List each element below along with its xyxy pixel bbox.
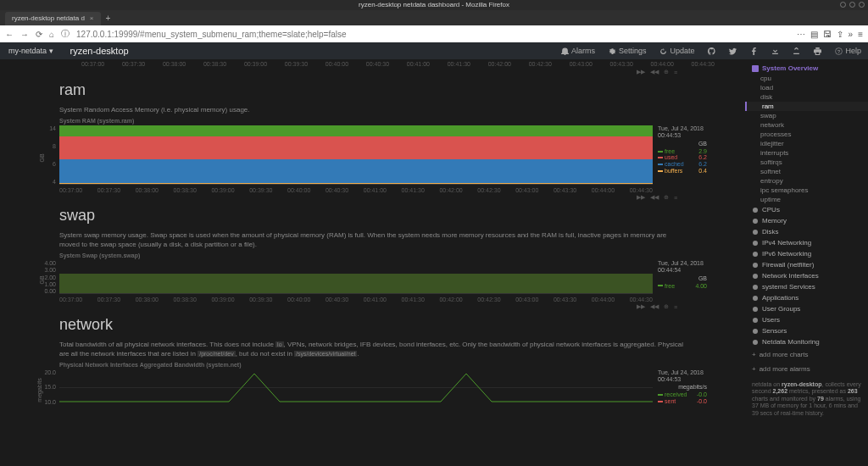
sidebar-section-firewall-netfilter-[interactable]: Firewall (netfilter) — [745, 259, 868, 270]
play-icon[interactable]: ▶▶ — [637, 69, 645, 75]
net-plot-area[interactable] — [59, 369, 653, 403]
sidebar: System Overview cpuloaddiskramswapnetwor… — [745, 59, 868, 466]
sidebar-section-memory[interactable]: Memory — [745, 215, 868, 226]
zoom-icon[interactable]: ⊕ — [664, 69, 669, 75]
back-icon[interactable]: ← — [5, 30, 14, 39]
sidebar-section-applications[interactable]: Applications — [745, 292, 868, 303]
sidebar-item-idlejitter[interactable]: idlejitter — [745, 139, 868, 148]
svg-point-15 — [753, 340, 758, 345]
info-icon[interactable]: ⓘ — [61, 28, 70, 40]
host-name: ryzen-desktop — [62, 46, 137, 56]
add-charts-button[interactable]: +add more charts — [745, 347, 868, 362]
sidebar-item-disk[interactable]: disk — [745, 92, 868, 102]
ram-band-buffers — [59, 183, 653, 185]
legend-item[interactable]: free2.9 — [658, 148, 712, 155]
plus-icon: + — [752, 351, 756, 358]
twitter-icon[interactable] — [722, 47, 743, 55]
svg-point-5 — [753, 230, 758, 235]
home-icon[interactable]: ⌂ — [49, 30, 54, 39]
sidebar-item-ipc-semaphores[interactable]: ipc semaphores — [745, 186, 868, 195]
bookmark-icon[interactable]: ▤ — [810, 30, 818, 39]
sidebar-item-uptime[interactable]: uptime — [745, 195, 868, 204]
new-tab-button[interactable]: + — [106, 12, 111, 25]
time-ruler: 00:37:0000:37:3000:38:0000:38:3000:39:00… — [22, 59, 737, 68]
chart-legend-network: Tue, Jul 24, 201800:44:53megabits/srecei… — [653, 369, 712, 405]
x-axis: 00:37:0000:37:3000:38:0000:38:3000:39:00… — [59, 296, 653, 302]
menu-icon[interactable]: ≡ — [674, 69, 677, 75]
legend-item[interactable]: buffers0.4 — [658, 168, 712, 175]
sidebar-section-disks[interactable]: Disks — [745, 226, 868, 237]
extensions-icon[interactable]: » — [849, 30, 854, 39]
sidebar-section-network-interfaces[interactable]: Network Interfaces — [745, 270, 868, 281]
sidebar-section-user-groups[interactable]: User Groups — [745, 303, 868, 314]
update-button[interactable]: Update — [653, 47, 701, 55]
add-alarms-button[interactable]: +add more alarms — [745, 362, 868, 376]
legend-item[interactable]: received-0.0 — [658, 391, 712, 398]
main-content: 00:37:0000:37:3000:38:0000:38:3000:39:00… — [0, 59, 745, 466]
sidebar-item-load[interactable]: load — [745, 83, 868, 92]
svg-text:?: ? — [837, 48, 840, 53]
share-icon[interactable]: ⇪ — [837, 30, 843, 39]
sidebar-section-ipv6-networking[interactable]: IPv6 Networking — [745, 248, 868, 259]
sidebar-footer: netdata on ryzen-desktop, collects every… — [745, 376, 868, 422]
chart-ram: GB14864 Tue, Jul 24, 201800:44:53GBfree2… — [22, 125, 737, 185]
swap-plot-area[interactable] — [59, 260, 653, 294]
sidebar-section-sensors[interactable]: Sensors — [745, 325, 868, 336]
save-icon[interactable]: 🖫 — [823, 30, 832, 39]
sidebar-item-network[interactable]: network — [745, 120, 868, 130]
browser-tab[interactable]: ryzen-desktop netdata d × — [5, 12, 101, 25]
sidebar-item-interrupts[interactable]: interrupts — [745, 148, 868, 158]
tab-close-icon[interactable]: × — [90, 12, 94, 25]
svg-point-13 — [753, 318, 758, 323]
more-icon[interactable]: ⋯ — [797, 30, 805, 39]
sidebar-item-entropy[interactable]: entropy — [745, 176, 868, 186]
sidebar-section-netdata-monitoring[interactable]: Netdata Monitoring — [745, 336, 868, 347]
sidebar-section-users[interactable]: Users — [745, 314, 868, 325]
legend-item[interactable]: cached6.2 — [658, 161, 712, 168]
sidebar-header[interactable]: System Overview — [745, 63, 868, 74]
forward-icon[interactable]: → — [20, 30, 29, 39]
svg-point-8 — [753, 263, 758, 268]
facebook-icon[interactable] — [743, 47, 765, 55]
alarms-button[interactable]: Alarms — [554, 47, 602, 55]
svg-rect-2 — [752, 65, 759, 72]
section-desc-ram: System Random Access Memory (i.e. physic… — [59, 106, 687, 114]
url-bar[interactable]: 127.0.0.1:19999/#menu_system_submenu_ram… — [76, 30, 790, 39]
chart-controls: ▶▶ ◀◀ ⊕ ≡ — [22, 68, 677, 76]
y-unit: GB — [39, 154, 45, 163]
maximize-icon[interactable] — [849, 2, 855, 8]
sidebar-section-ipv4-networking[interactable]: IPv4 Networking — [745, 237, 868, 248]
github-icon[interactable] — [701, 47, 722, 55]
print-icon[interactable] — [807, 47, 828, 55]
settings-button[interactable]: Settings — [602, 47, 654, 55]
help-button[interactable]: ?Help — [828, 47, 868, 55]
svg-point-9 — [753, 274, 758, 279]
ram-plot-area[interactable] — [59, 125, 653, 185]
legend-item[interactable]: used6.2 — [658, 154, 712, 161]
legend-item[interactable]: free4.00 — [658, 283, 712, 290]
sidebar-item-swap[interactable]: swap — [745, 111, 868, 120]
menu-icon[interactable]: ≡ — [858, 30, 863, 39]
window-controls — [840, 2, 865, 8]
upload-icon[interactable] — [786, 47, 807, 55]
sidebar-item-softnet[interactable]: softnet — [745, 167, 868, 176]
svg-point-7 — [753, 252, 758, 257]
reload-icon[interactable]: ⟳ — [36, 30, 42, 39]
legend-item[interactable]: sent-0.0 — [658, 398, 712, 405]
ram-band-free — [59, 125, 653, 136]
section-desc-network: Total bandwidth of all physical network … — [59, 341, 687, 358]
sidebar-section-cpus[interactable]: CPUs — [745, 204, 868, 215]
close-icon[interactable] — [859, 2, 865, 8]
sidebar-item-ram[interactable]: ram — [745, 102, 868, 111]
sidebar-item-cpu[interactable]: cpu — [745, 74, 868, 83]
rewind-icon[interactable]: ◀◀ — [650, 69, 659, 75]
minimize-icon[interactable] — [840, 2, 846, 8]
sidebar-section-systemd-services[interactable]: systemd Services — [745, 281, 868, 292]
sidebar-item-softirqs[interactable]: softirqs — [745, 158, 868, 167]
download-icon[interactable] — [765, 47, 786, 55]
sidebar-item-processes[interactable]: processes — [745, 130, 868, 139]
brand-dropdown[interactable]: my-netdata ▾ — [0, 47, 62, 55]
tab-title: ryzen-desktop netdata d — [12, 12, 85, 25]
section-desc-swap: System swap memory usage. Swap space is … — [59, 231, 687, 249]
svg-point-12 — [753, 307, 758, 312]
